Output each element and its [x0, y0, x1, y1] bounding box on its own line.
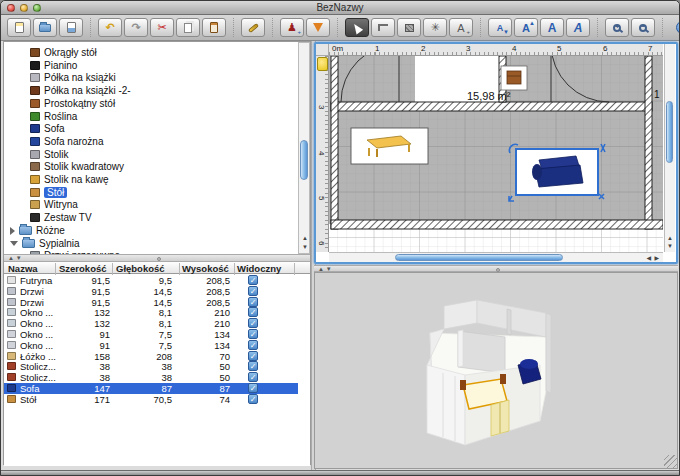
catalog-item[interactable]: Witryna: [30, 198, 78, 211]
furniture-catalog-tree[interactable]: Okrągły stół Pianino Półka na książki Pó…: [4, 42, 310, 254]
text-style-group: A▼ A▲ A A: [488, 18, 598, 37]
table-row[interactable]: Łóżko ...15820870✓: [4, 351, 298, 362]
add-furniture-button[interactable]: ♟+: [280, 18, 304, 37]
col-header-width[interactable]: Szerokość: [59, 263, 107, 274]
plan-canvas[interactable]: 15,98 m² 1: [329, 56, 663, 252]
catalog-scrollbar-thumb[interactable]: [300, 140, 308, 180]
catalog-item[interactable]: Prostokątny stół: [30, 97, 115, 110]
italic-button[interactable]: A: [566, 18, 590, 37]
save-button[interactable]: [59, 18, 83, 37]
catalog-category-rozne[interactable]: Różne: [10, 224, 65, 237]
table-row[interactable]: Futryna91,59,5208,5✓: [4, 275, 298, 286]
collapsed-arrow-icon[interactable]: [10, 227, 15, 235]
decrease-text-size-button[interactable]: A▼: [488, 18, 512, 37]
catalog-item[interactable]: Stolik na kawę: [30, 173, 108, 186]
import-furniture-button[interactable]: [306, 18, 330, 37]
splitter-collapse-icons[interactable]: ▲ ▼: [8, 255, 22, 261]
visible-checkbox[interactable]: ✓: [248, 307, 258, 317]
bottom-wall[interactable]: [331, 220, 663, 229]
select-mode-button[interactable]: [345, 18, 369, 37]
furniture-icon: [30, 175, 40, 184]
expanded-arrow-icon[interactable]: [10, 241, 18, 246]
scroll-left-arrow-icon[interactable]: ◀: [646, 255, 651, 261]
redo-button[interactable]: ↷: [124, 18, 148, 37]
nightstand-item[interactable]: [501, 66, 527, 90]
furniture-list-table[interactable]: Nazwa Szerokość Głębokość Wysokość Widoc…: [4, 262, 310, 466]
plan-horizontal-scrollbar[interactable]: ◀ ▶: [329, 252, 663, 262]
scroll-right-arrow-icon[interactable]: ▶: [654, 255, 659, 261]
splitter-handle[interactable]: [157, 257, 161, 261]
catalog-item[interactable]: Stolik kwadratowy: [30, 160, 124, 173]
increase-text-size-button[interactable]: A▲: [514, 18, 538, 37]
table-row[interactable]: Drzwi91,514,5208,5✓: [4, 286, 298, 297]
create-rooms-button[interactable]: [397, 18, 421, 37]
brush-button[interactable]: [241, 18, 265, 37]
add-text-button[interactable]: A+: [449, 18, 473, 37]
undo-button[interactable]: ↶: [98, 18, 122, 37]
visible-checkbox[interactable]: ✓: [248, 372, 258, 382]
desk-item[interactable]: [351, 128, 428, 164]
title-bar[interactable]: BezNazwy: [1, 1, 679, 15]
table-row[interactable]: Stolicz...383850✓: [4, 361, 298, 372]
catalog-item[interactable]: Sofa: [30, 122, 65, 135]
plan-3d-splitter[interactable]: ▲ ▼: [314, 265, 678, 272]
catalog-scrollbar[interactable]: ▲ ▼: [298, 42, 310, 254]
col-header-height[interactable]: Wysokość: [182, 263, 229, 274]
table-row-selected[interactable]: Sofa1478787✓: [4, 383, 298, 394]
visible-checkbox[interactable]: ✓: [248, 329, 258, 339]
plan-hscrollbar-thumb[interactable]: [395, 254, 563, 261]
zoom-out-button[interactable]: −: [631, 18, 655, 37]
paste-button[interactable]: [202, 18, 226, 37]
table-row[interactable]: Okno ...1328,1210✓: [4, 318, 298, 329]
plan-vertical-scrollbar[interactable]: ▲ ▼: [664, 44, 675, 252]
visible-checkbox[interactable]: ✓: [248, 394, 258, 404]
create-walls-button[interactable]: [371, 18, 395, 37]
right-wall[interactable]: [645, 56, 652, 229]
zoom-in-button[interactable]: +: [605, 18, 629, 37]
copy-button[interactable]: [176, 18, 200, 37]
visible-checkbox[interactable]: ✓: [248, 361, 258, 371]
create-dimensions-button[interactable]: ✳: [423, 18, 447, 37]
open-button[interactable]: [33, 18, 57, 37]
col-header-depth[interactable]: Głębokość: [116, 263, 165, 274]
table-row[interactable]: Okno ...917,5134✓: [4, 340, 298, 351]
visible-checkbox[interactable]: ✓: [248, 297, 258, 307]
house-3d-model[interactable]: [315, 273, 677, 468]
table-row[interactable]: Drzwi91,514,5208,5✓: [4, 297, 298, 308]
catalog-item[interactable]: Sofa narożna: [30, 135, 104, 148]
cut-button[interactable]: ✂: [150, 18, 174, 37]
catalog-item[interactable]: Półka na książki -2-: [30, 84, 131, 97]
top-wall[interactable]: [331, 102, 652, 111]
col-header-visible[interactable]: Widoczny: [237, 263, 281, 274]
catalog-item[interactable]: Okrągły stół: [30, 46, 97, 59]
visible-checkbox[interactable]: ✓: [248, 340, 258, 350]
table-row[interactable]: Stolicz...383850✓: [4, 372, 298, 383]
scroll-down-arrow-icon[interactable]: ▼: [667, 243, 673, 249]
table-header[interactable]: Nazwa Szerokość Głębokość Wysokość Widoc…: [4, 262, 310, 274]
visible-checkbox[interactable]: ✓: [248, 351, 258, 361]
table-row[interactable]: Okno ...1328,1210✓: [4, 307, 298, 318]
left-wall[interactable]: [331, 56, 338, 229]
catalog-table-splitter[interactable]: ▲ ▼: [4, 254, 310, 262]
visible-checkbox[interactable]: ✓: [248, 318, 258, 328]
scroll-down-arrow-icon[interactable]: ▼: [302, 244, 308, 250]
plan-view[interactable]: 0m 1 2 3 4 5 6 7 2 3 4 5 6: [314, 42, 678, 264]
sofa-item-selected[interactable]: [509, 144, 605, 201]
catalog-item[interactable]: Zestaw TV: [30, 211, 92, 224]
table-row[interactable]: Okno ...917,5134✓: [4, 329, 298, 340]
resize-grip[interactable]: [664, 455, 677, 468]
visible-checkbox[interactable]: ✓: [248, 275, 258, 285]
view-3d[interactable]: [314, 272, 678, 469]
visible-checkbox[interactable]: ✓: [248, 383, 258, 393]
new-button[interactable]: [7, 18, 31, 37]
bold-button[interactable]: A: [540, 18, 564, 37]
col-header-name[interactable]: Nazwa: [8, 263, 38, 274]
scroll-up-arrow-icon[interactable]: ▲: [667, 235, 673, 241]
undo-icon: ↶: [105, 21, 114, 34]
scroll-up-arrow-icon[interactable]: ▲: [302, 235, 308, 241]
visible-checkbox[interactable]: ✓: [248, 286, 258, 296]
help-button[interactable]: ?: [670, 18, 680, 37]
catalog-item[interactable]: Półka na książki: [30, 71, 116, 84]
plan-vscrollbar-thumb[interactable]: [666, 101, 673, 163]
table-row[interactable]: Stół17170,574✓: [4, 394, 298, 405]
